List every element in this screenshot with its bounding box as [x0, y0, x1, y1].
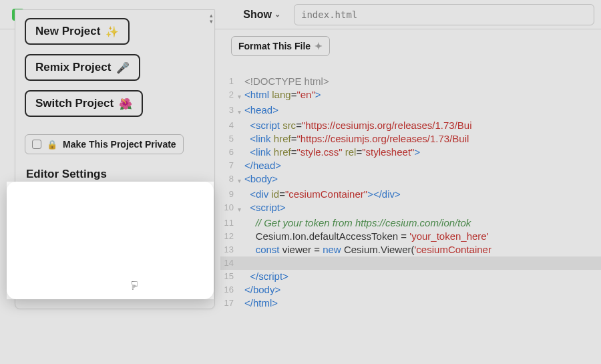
- code-editor[interactable]: 1<!DOCTYPE html>2▾<html lang="en">3▾<hea…: [220, 75, 601, 364]
- lock-icon: 🔒: [47, 140, 57, 150]
- fold-icon: [238, 243, 244, 245]
- remix-project-label: Remix Project: [35, 61, 111, 74]
- line-number: 1: [220, 75, 238, 88]
- code-content: <link href="style.css" rel="stylesheet">: [244, 146, 601, 159]
- scroll-indicator-icon: ▴▾: [210, 13, 213, 25]
- code-content: <html lang="en">: [244, 88, 601, 102]
- line-number: 17: [220, 297, 238, 310]
- fold-icon: [238, 216, 244, 218]
- fold-icon[interactable]: ▾: [238, 104, 244, 119]
- fold-icon: [238, 283, 244, 285]
- wrap-text-toggle[interactable]: Wrap Text: [25, 248, 205, 268]
- line-number: 4: [220, 119, 238, 132]
- filepath-input[interactable]: [294, 4, 594, 25]
- refresh-on-changes-label: Refresh App on Changes: [47, 225, 159, 236]
- code-content: </body>: [244, 283, 601, 297]
- code-content: <script src="https://cesiumjs.org/releas…: [244, 119, 601, 132]
- make-private-label: Make This Project Private: [63, 139, 176, 150]
- switch-project-button[interactable]: Switch Project 🌺: [25, 90, 143, 117]
- line-number: 8: [220, 172, 238, 186]
- format-file-label: Format This File: [238, 41, 311, 51]
- code-content: <head>: [244, 104, 601, 117]
- fold-icon: [238, 159, 244, 161]
- line-number: 16: [220, 283, 238, 297]
- remix-project-button[interactable]: Remix Project 🎤: [25, 54, 140, 81]
- line-number: 11: [220, 216, 238, 230]
- moon-icon: 🌙: [104, 195, 118, 208]
- code-content: <div id="cesiumContainer"></div>: [244, 188, 601, 201]
- wrap-text-label: Wrap Text: [47, 253, 91, 264]
- fold-icon: [238, 270, 244, 272]
- code-content: <link href="https://cesiumjs.org/release…: [244, 132, 601, 146]
- fold-icon[interactable]: ▾: [238, 88, 244, 104]
- project-menu-panel: ▴▾ New Project ✨ Remix Project 🎤 Switch …: [15, 9, 215, 309]
- line-number: 2: [220, 88, 238, 102]
- line-number: 10: [220, 201, 238, 214]
- code-line[interactable]: 15 </script>: [220, 270, 601, 283]
- code-line[interactable]: 10▾ <script>: [220, 201, 601, 216]
- new-project-button[interactable]: New Project ✨: [25, 18, 130, 45]
- change-theme-button[interactable]: Change Theme 🌙: [25, 190, 205, 212]
- code-line[interactable]: 2▾<html lang="en">: [220, 88, 601, 104]
- fold-icon: [238, 146, 244, 148]
- line-number: 9: [220, 188, 238, 201]
- code-line[interactable]: 8▾<body>: [220, 172, 601, 188]
- microphone-icon: 🎤: [116, 61, 130, 74]
- code-line[interactable]: 13 const viewer = new Cesium.Viewer('ces…: [220, 243, 601, 256]
- line-number: 3: [220, 104, 238, 117]
- keyboard-shortcuts-label: Keyboard Shortcuts: [32, 281, 122, 292]
- line-number: 7: [220, 159, 238, 172]
- code-content: // Get your token from https://cesium.co…: [244, 216, 601, 230]
- line-number: 15: [220, 270, 238, 283]
- checkbox-icon: [32, 140, 41, 149]
- fold-icon: [238, 188, 244, 190]
- line-number: 13: [220, 243, 238, 256]
- code-content: </html>: [244, 297, 601, 310]
- code-line[interactable]: 16</body>: [220, 283, 601, 297]
- code-line[interactable]: 1<!DOCTYPE html>: [220, 75, 601, 88]
- fold-icon[interactable]: ▾: [238, 201, 244, 216]
- make-private-button[interactable]: 🔒 Make This Project Private: [25, 134, 184, 154]
- format-file-button[interactable]: Format This File ✦: [231, 36, 330, 56]
- code-content: const viewer = new Cesium.Viewer('cesium…: [244, 243, 601, 256]
- editor-settings-heading: Editor Settings: [26, 168, 205, 181]
- code-line[interactable]: 3▾<head>: [220, 104, 601, 119]
- code-line[interactable]: 11 // Get your token from https://cesium…: [220, 216, 601, 230]
- fold-icon: [238, 230, 244, 232]
- code-line[interactable]: 12 Cesium.Ion.defaultAccessToken = 'your…: [220, 230, 601, 243]
- code-line[interactable]: 5 <link href="https://cesiumjs.org/relea…: [220, 132, 601, 146]
- fold-icon[interactable]: ▾: [238, 172, 244, 188]
- code-line[interactable]: 14: [220, 256, 601, 270]
- sparkle-icon: ✦: [315, 41, 323, 51]
- new-project-label: New Project: [35, 25, 100, 38]
- code-line[interactable]: 9 <div id="cesiumContainer"></div>: [220, 188, 601, 201]
- line-number: 5: [220, 132, 238, 146]
- code-line[interactable]: 7</head>: [220, 159, 601, 172]
- line-number: 14: [220, 256, 238, 270]
- sparkles-icon: ✨: [106, 25, 119, 38]
- code-line[interactable]: 17</html>: [220, 297, 601, 310]
- fold-icon: [238, 256, 244, 258]
- code-content: </head>: [244, 159, 601, 172]
- keyboard-shortcuts-button[interactable]: Keyboard Shortcuts: [25, 277, 205, 297]
- line-number: 6: [220, 146, 238, 159]
- chevron-down-icon: ⌄: [274, 10, 280, 19]
- fold-icon: [238, 119, 244, 121]
- switch-project-label: Switch Project: [35, 97, 114, 110]
- code-content: </script>: [244, 270, 601, 283]
- show-menu[interactable]: Show ⌄: [243, 9, 280, 21]
- code-content: <!DOCTYPE html>: [244, 75, 601, 88]
- flower-icon: 🌺: [119, 98, 132, 110]
- code-line[interactable]: 6 <link href="style.css" rel="stylesheet…: [220, 146, 601, 159]
- fold-icon: [238, 297, 244, 299]
- code-content: Cesium.Ion.defaultAccessToken = 'your_to…: [244, 230, 601, 243]
- line-number: 12: [220, 230, 238, 243]
- checkbox-checked-icon: [32, 226, 42, 236]
- piano-icon: [127, 283, 138, 290]
- code-content: <body>: [244, 172, 601, 186]
- checkbox-icon: [32, 254, 41, 263]
- refresh-on-changes-toggle[interactable]: Refresh App on Changes: [25, 220, 205, 240]
- code-line[interactable]: 4 <script src="https://cesiumjs.org/rele…: [220, 119, 601, 132]
- fold-icon: [238, 132, 244, 134]
- code-content: <script>: [244, 201, 601, 214]
